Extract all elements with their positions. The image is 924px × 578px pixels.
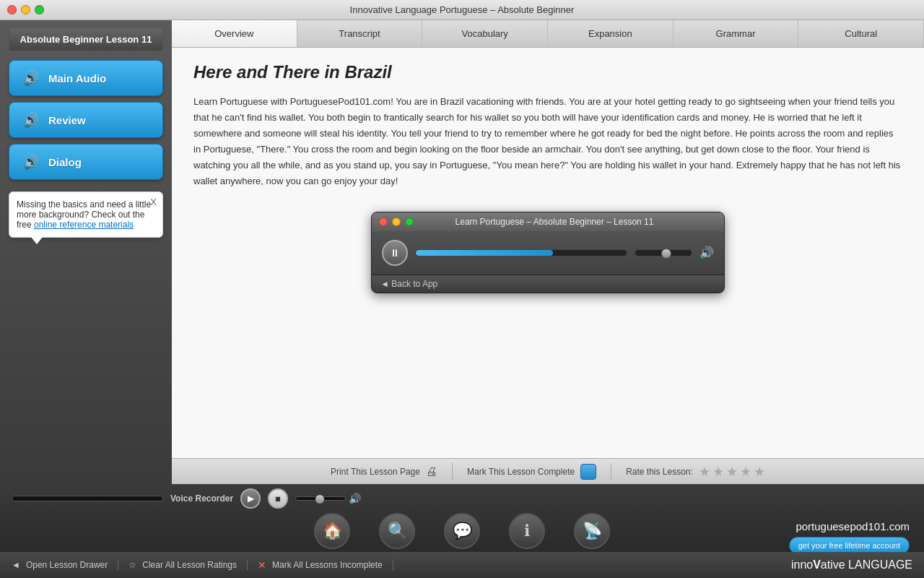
star-4[interactable]: ★ xyxy=(740,464,751,480)
record-stop-button[interactable]: ⏹ xyxy=(268,488,288,509)
tab-vocabulary[interactable]: Vocabulary xyxy=(422,20,548,47)
reference-icon: 🔍 xyxy=(379,513,415,549)
brand-section: portuguesepod101.com get your free lifet… xyxy=(789,520,910,554)
app-container: Absolute Beginner Lesson 11 🔊 Main Audio… xyxy=(0,20,924,578)
maximize-button[interactable] xyxy=(35,5,44,14)
lesson-title: Here and There in Brazil xyxy=(193,62,902,82)
tooltip-box: X Missing the basics and need a little m… xyxy=(9,191,163,238)
titlebar: Innovative Language Portuguese – Absolut… xyxy=(0,0,924,20)
player-controls: ⏸ 🔊 xyxy=(382,240,714,266)
tooltip-link[interactable]: online reference materials xyxy=(34,220,134,230)
tab-cultural[interactable]: Cultural xyxy=(798,20,924,47)
mark-incomplete-button[interactable]: ✕ Mark All Lessons Incomplete xyxy=(248,559,393,571)
home-icon: 🏠 xyxy=(314,513,350,549)
recorder-track xyxy=(12,496,163,501)
tooltip-arrow xyxy=(31,237,43,244)
x-icon: ✕ xyxy=(258,559,266,571)
record-play-button[interactable]: ▶ xyxy=(240,488,261,509)
speaker-icon-3: 🔊 xyxy=(21,152,41,172)
main-audio-label: Main Audio xyxy=(48,72,106,85)
star-1[interactable]: ★ xyxy=(699,464,710,480)
tab-grammar[interactable]: Grammar xyxy=(674,20,799,47)
speaker-icon-2: 🔊 xyxy=(21,110,41,130)
tab-transcript[interactable]: Transcript xyxy=(297,20,423,47)
mark-incomplete-label: Mark All Lessons Incomplete xyxy=(272,560,383,570)
audio-player: Learn Portuguese – Absolute Beginner – L… xyxy=(371,212,725,293)
open-drawer-button[interactable]: ◄ Open Lesson Drawer xyxy=(12,560,118,570)
complete-checkbox[interactable] xyxy=(580,464,596,480)
clear-ratings-label: Clear All Lesson Ratings xyxy=(142,560,237,570)
review-label: Review xyxy=(48,114,86,126)
volume-slider-track[interactable] xyxy=(295,496,346,501)
star-5[interactable]: ★ xyxy=(754,464,765,480)
main-area: Absolute Beginner Lesson 11 🔊 Main Audio… xyxy=(0,20,924,484)
rate-section: Rate this Lesson: ★ ★ ★ ★ ★ xyxy=(626,464,765,480)
voice-recorder-bar: Voice Recorder ▶ ⏹ 🔊 xyxy=(0,484,924,513)
print-icon[interactable]: 🖨 xyxy=(426,465,437,478)
progress-track[interactable] xyxy=(415,249,627,256)
volume-slider[interactable]: 🔊 xyxy=(295,493,361,504)
dialog-label: Dialog xyxy=(48,156,82,168)
play-pause-button[interactable]: ⏸ xyxy=(382,240,408,266)
status-bar: Print This Lesson Page 🖨 Mark This Lesso… xyxy=(172,458,924,484)
speaker-icon: 🔊 xyxy=(21,68,41,88)
footer-logo: innoVative LANGUAGE xyxy=(791,558,912,571)
window-title: Innovative Language Portuguese – Absolut… xyxy=(350,4,575,15)
player-close-button[interactable] xyxy=(379,217,388,226)
complete-label: Mark This Lesson Complete xyxy=(467,467,575,477)
audio-player-container: Learn Portuguese – Absolute Beginner – L… xyxy=(193,212,902,293)
minimize-button[interactable] xyxy=(21,5,30,14)
lesson-text: Learn Portuguese with PortuguesePod101.c… xyxy=(193,94,902,190)
player-title: Learn Portuguese – Absolute Beginner – L… xyxy=(392,217,717,227)
progress-fill xyxy=(416,250,553,256)
brand-cta-button[interactable]: get your free lifetime account xyxy=(789,537,910,554)
print-section: Print This Lesson Page 🖨 xyxy=(331,465,437,478)
rate-label: Rate this Lesson: xyxy=(626,467,693,477)
player-body: ⏸ 🔊 xyxy=(372,231,724,275)
tabs: Overview Transcript Vocabulary Expansion… xyxy=(172,20,924,48)
sidebar: Absolute Beginner Lesson 11 🔊 Main Audio… xyxy=(0,20,172,484)
tab-overview[interactable]: Overview xyxy=(172,20,297,47)
print-label: Print This Lesson Page xyxy=(331,467,420,477)
recorder-label: Voice Recorder xyxy=(170,493,233,504)
star-icon: ☆ xyxy=(128,560,136,570)
complete-section: Mark This Lesson Complete xyxy=(467,464,596,480)
tooltip-close[interactable]: X xyxy=(150,197,157,207)
dialog-button[interactable]: 🔊 Dialog xyxy=(9,144,163,180)
star-2[interactable]: ★ xyxy=(712,464,724,480)
clear-ratings-button[interactable]: ☆ Clear All Lesson Ratings xyxy=(118,560,248,570)
titlebar-buttons xyxy=(7,5,44,14)
main-audio-button[interactable]: 🔊 Main Audio xyxy=(9,60,163,96)
tab-expansion[interactable]: Expansion xyxy=(548,20,674,47)
divider-2 xyxy=(611,463,611,480)
drawer-icon: ◄ xyxy=(12,560,20,570)
volume-track[interactable] xyxy=(635,249,692,256)
sidebar-header: Absolute Beginner Lesson 11 xyxy=(9,27,163,51)
info-icon: ℹ xyxy=(509,513,545,549)
player-titlebar: Learn Portuguese – Absolute Beginner – L… xyxy=(372,212,724,231)
footer-bar: ◄ Open Lesson Drawer ☆ Clear All Lesson … xyxy=(0,552,924,578)
vol-max-icon: 🔊 xyxy=(349,493,361,504)
content-area: Overview Transcript Vocabulary Expansion… xyxy=(172,20,924,484)
brand-url: portuguesepod101.com xyxy=(796,520,910,532)
star-3[interactable]: ★ xyxy=(726,464,738,480)
volume-slider-knob xyxy=(315,495,324,504)
bottom-area: Voice Recorder ▶ ⏹ 🔊 🏠 Start Page xyxy=(0,484,924,552)
review-button[interactable]: 🔊 Review xyxy=(9,102,163,138)
content-body: Here and There in Brazil Learn Portugues… xyxy=(172,48,924,458)
rss-icon: 📡 xyxy=(574,513,610,549)
back-to-app-button[interactable]: ◄ Back to App xyxy=(372,275,724,293)
star-rating[interactable]: ★ ★ ★ ★ ★ xyxy=(699,464,765,480)
feedback-icon: 💬 xyxy=(444,513,480,549)
divider-1 xyxy=(452,463,453,480)
volume-icon: 🔊 xyxy=(699,246,714,259)
close-button[interactable] xyxy=(7,5,17,14)
open-drawer-label: Open Lesson Drawer xyxy=(26,560,108,570)
volume-knob xyxy=(661,249,671,259)
